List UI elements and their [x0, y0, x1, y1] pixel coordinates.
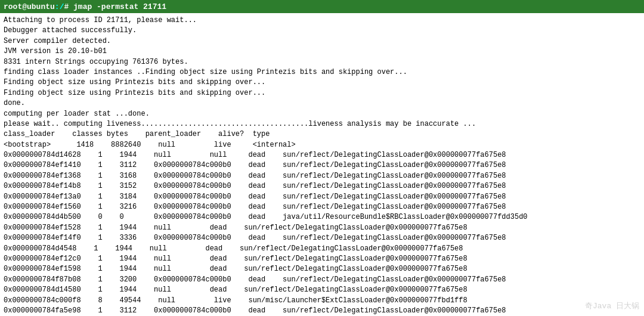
terminal-line: 0x0000000784f87b08 1 3200 0x0000000784c0… — [4, 275, 640, 285]
terminal-line: 0x0000000784d14628 1 1944 null null dead… — [4, 150, 640, 160]
terminal-line: 0x0000000784ef14f0 1 3336 0x0000000784c0… — [4, 233, 640, 243]
terminal-line: JVM version is 20.10-b01 — [4, 47, 640, 57]
terminal-window: root@ubuntu:/# jmap -permstat 21711 Atta… — [0, 0, 644, 316]
terminal-line: Finding object size using Printezis bits… — [4, 88, 640, 98]
title-command: # jmap -permstat 21711 — [64, 2, 166, 11]
terminal-content: Attaching to process ID 21711, please wa… — [0, 13, 644, 316]
terminal-line: Debugger attached successfully. — [4, 26, 640, 36]
terminal-line: Server compiler detected. — [4, 36, 640, 47]
terminal-line: 8331 intern Strings occupying 761376 byt… — [4, 57, 640, 67]
terminal-line: 0x0000000784ef13a0 1 3184 0x0000000784c0… — [4, 192, 640, 202]
terminal-line: 0x0000000784fa5e98 1 3112 0x0000000784c0… — [4, 306, 640, 316]
terminal-line: Attaching to process ID 21711, please wa… — [4, 16, 640, 26]
terminal-line: computing per loader stat ...done. — [4, 109, 640, 119]
terminal-line: 0x0000000784ef1410 1 3112 0x0000000784c0… — [4, 160, 640, 171]
terminal-line: done. — [4, 98, 640, 109]
terminal-line: 0x0000000784d4b500 0 0 0x0000000784c000b… — [4, 212, 640, 222]
terminal-line: 0x0000000784ef1598 1 1944 null dead sun/… — [4, 264, 640, 274]
terminal-line: 0x0000000784ef12c0 1 1944 null dead sun/… — [4, 254, 640, 264]
terminal-line: 0x0000000784ef14b8 1 3152 0x0000000784c0… — [4, 181, 640, 191]
terminal-line: 0x0000000784ef1560 1 3216 0x0000000784c0… — [4, 202, 640, 212]
title-prompt: root@ubuntu — [4, 2, 55, 11]
terminal-line: 0x0000000784c000f8 8 49544 null live sun… — [4, 296, 640, 306]
terminal-line: Finding object size using Printezis bits… — [4, 78, 640, 88]
terminal-line: 0x0000000784ef1368 1 3168 0x0000000784c0… — [4, 171, 640, 181]
terminal-line: 0x0000000784d4548 1 1944 null dead sun/r… — [4, 244, 640, 254]
title-path: :/ — [55, 2, 64, 11]
terminal-line: 0x0000000784d14580 1 1944 null dead sun/… — [4, 285, 640, 295]
terminal-line: class_loader classes bytes parent_loader… — [4, 129, 640, 140]
terminal-line: please wait.. computing liveness........… — [4, 119, 640, 129]
title-bar: root@ubuntu:/# jmap -permstat 21711 — [0, 0, 644, 13]
terminal-line: 0x0000000784ef1528 1 1944 null dead sun/… — [4, 223, 640, 233]
terminal-line: <bootstrap> 1418 8882640 null live <inte… — [4, 140, 640, 150]
terminal-line: finding class loader instances ..Finding… — [4, 67, 640, 78]
